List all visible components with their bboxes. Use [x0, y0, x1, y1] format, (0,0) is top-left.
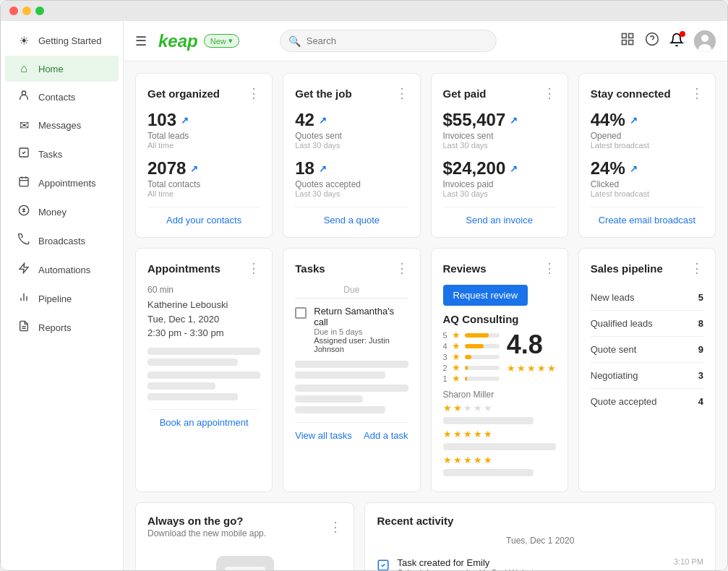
appointments-title: Appointments: [147, 262, 220, 275]
opened-value: 44% ↗: [591, 110, 703, 130]
pipeline-icon: [17, 291, 31, 306]
stay-connected-menu[interactable]: ⋮: [690, 85, 703, 101]
star-1: ★: [507, 363, 515, 374]
lightning-icon: [17, 262, 31, 277]
sidebar-item-tasks[interactable]: Tasks: [5, 140, 119, 168]
sidebar-label-home: Home: [38, 64, 64, 74]
invoices-paid-link[interactable]: ↗: [510, 163, 518, 174]
appt-time: 2:30 pm - 3:30 pm: [147, 326, 260, 340]
pipeline-title: Sales pipeline: [591, 262, 663, 275]
sidebar-label-appointments: Appointments: [38, 178, 96, 189]
star-2: ★: [517, 363, 526, 374]
request-review-button[interactable]: Request review: [443, 285, 528, 306]
clicked-link[interactable]: ↗: [630, 163, 638, 174]
quotes-sent-sub: Last 30 days: [295, 141, 408, 150]
star-icon: ★: [452, 373, 461, 384]
mobile-menu[interactable]: ⋮: [329, 519, 342, 535]
tasks-menu[interactable]: ⋮: [395, 260, 408, 276]
invoices-paid-block: $24,200 ↗ Invoices paid Last 30 days: [443, 158, 556, 198]
sidebar-item-appointments[interactable]: Appointments: [5, 169, 119, 197]
notification-dot: [680, 31, 685, 37]
skeleton-4: [147, 382, 215, 390]
reviewer-3-sk: [443, 469, 534, 476]
sidebar-item-pipeline[interactable]: Pipeline: [5, 285, 119, 312]
invoices-sent-label: Invoices sent: [443, 131, 556, 141]
svg-point-0: [22, 91, 25, 95]
sidebar-item-broadcasts[interactable]: Broadcasts: [5, 227, 119, 254]
appointments-menu[interactable]: ⋮: [247, 260, 260, 276]
mobile-subtitle: Download the new mobile app.: [147, 528, 266, 538]
reviews-header: Reviews ⋮: [443, 260, 556, 276]
create-broadcast-link[interactable]: Create email broadcast: [591, 207, 703, 226]
skeleton-2: [147, 359, 238, 366]
logo-area: keap New ▾: [158, 31, 239, 51]
reviewer-1-stars: ★ ★ ★ ★ ★: [443, 403, 556, 413]
sidebar-label-automations: Automations: [38, 265, 90, 275]
activity-item-1: Task created for Emily 3:10 PM Schedule …: [377, 551, 703, 570]
star-4: ★: [537, 363, 546, 374]
opened-link[interactable]: ↗: [630, 115, 638, 126]
sidebar-item-messages[interactable]: ✉ Messages: [5, 112, 119, 139]
sidebar-item-reports[interactable]: Reports: [5, 314, 119, 341]
sidebar-item-getting-started[interactable]: ☀ Getting Started: [5, 27, 119, 54]
money-icon: [17, 205, 31, 219]
app-window: ☀ Getting Started ⌂ Home Contacts ✉ Mess…: [0, 0, 728, 571]
task-section-due: Due: [295, 285, 408, 299]
app-body: ☀ Getting Started ⌂ Home Contacts ✉ Mess…: [1, 21, 727, 570]
search-input[interactable]: [280, 30, 497, 52]
sidebar-item-automations[interactable]: Automations: [5, 256, 119, 283]
invoices-sent-link[interactable]: ↗: [510, 115, 518, 126]
quotes-sent-value: 42 ↗: [295, 110, 408, 130]
svg-rect-15: [629, 34, 633, 38]
close-dot[interactable]: [9, 7, 18, 15]
quotes-accepted-link[interactable]: ↗: [319, 163, 327, 174]
hamburger-menu[interactable]: ☰: [135, 33, 147, 49]
get-job-menu[interactable]: ⋮: [395, 85, 408, 101]
grid-icon[interactable]: [620, 32, 635, 50]
qualified-leads-count: 8: [698, 318, 703, 329]
rating-big: 4.8 ★ ★ ★ ★ ★: [507, 330, 556, 384]
avatar[interactable]: [694, 30, 716, 52]
total-leads-link[interactable]: ↗: [181, 115, 189, 126]
get-paid-menu[interactable]: ⋮: [543, 85, 556, 101]
quote-accepted-count: 4: [698, 396, 703, 407]
sidebar-item-contacts[interactable]: Contacts: [5, 83, 119, 111]
opened-label: Opened: [591, 131, 703, 141]
invoices-paid-value: $24,200 ↗: [443, 158, 556, 179]
send-invoice-link[interactable]: Send an invoice: [443, 207, 556, 226]
quotes-sent-block: 42 ↗ Quotes sent Last 30 days: [295, 110, 408, 150]
notification-icon[interactable]: [669, 33, 684, 50]
svg-rect-17: [629, 40, 633, 45]
app-header: ☰ keap New ▾ 🔍: [124, 21, 727, 61]
activity-details: Task created for Emily 3:10 PM Schedule …: [397, 557, 703, 570]
sidebar-item-home[interactable]: ⌂ Home: [5, 56, 119, 82]
review-layout: 5 ★ 4 ★: [443, 330, 556, 384]
get-organized-menu[interactable]: ⋮: [247, 85, 260, 101]
send-quote-link[interactable]: Send a quote: [295, 207, 408, 226]
total-contacts-link[interactable]: ↗: [190, 163, 198, 174]
get-organized-title: Get organized: [147, 87, 220, 100]
sidebar-item-money[interactable]: Money: [5, 198, 119, 226]
add-contacts-link[interactable]: Add your contacts: [147, 207, 260, 226]
task-details: Return Samantha's call Due in 5 days Ass…: [314, 306, 408, 353]
svg-marker-8: [20, 263, 28, 272]
maximize-dot[interactable]: [35, 7, 44, 15]
add-task-link[interactable]: Add a task: [364, 430, 408, 441]
quotes-sent-link[interactable]: ↗: [319, 115, 327, 126]
task-assigned: Assigned user: Justin Johnson: [314, 336, 408, 353]
minimize-dot[interactable]: [22, 7, 31, 15]
quote-sent-label: Quote sent: [591, 344, 637, 355]
sidebar-label-broadcasts: Broadcasts: [38, 236, 85, 246]
main-content: Get organized ⋮ 103 ↗ Total leads All ti…: [124, 61, 727, 570]
book-appointment-link[interactable]: Book an appointment: [147, 409, 260, 428]
view-all-tasks-link[interactable]: View all tasks: [295, 430, 352, 441]
total-leads-sub: All time: [147, 141, 260, 150]
task-checkbox[interactable]: [295, 307, 307, 319]
reviews-menu[interactable]: ⋮: [543, 260, 556, 276]
get-paid-title: Get paid: [443, 87, 487, 100]
new-badge[interactable]: New ▾: [204, 34, 239, 48]
calendar-icon: [17, 176, 31, 190]
help-icon[interactable]: [645, 32, 659, 50]
pipeline-menu[interactable]: ⋮: [690, 260, 703, 276]
activity-1-time: 3:10 PM: [674, 557, 703, 568]
